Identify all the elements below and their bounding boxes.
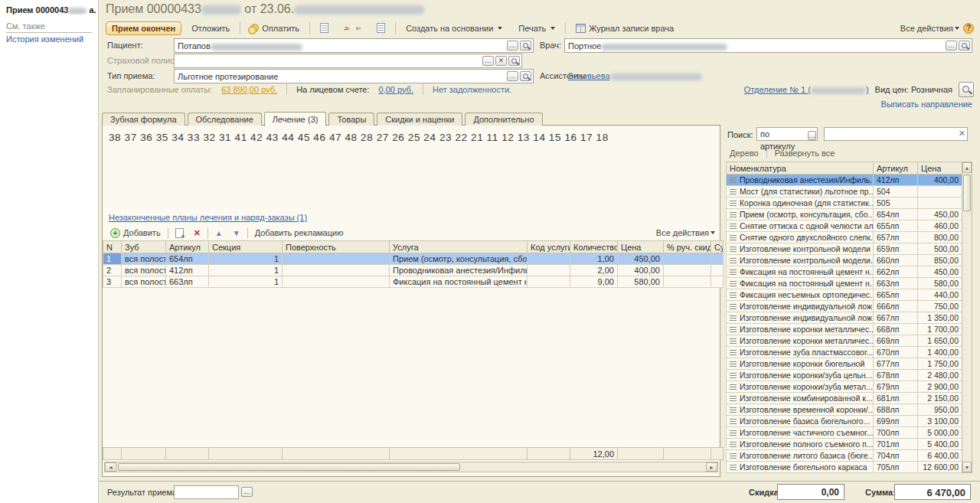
nomenclature-row[interactable]: Изготовление коронки/зуба цельн...678лп2… [727, 370, 962, 381]
column-header[interactable]: Количество [570, 241, 618, 253]
tab-item[interactable]: Зубная формула [102, 113, 185, 126]
sidebar-current-item[interactable]: Прием 0000043 а... [6, 5, 96, 15]
nomenclature-row[interactable]: Изготовление контрольной модели659лп500,… [727, 243, 962, 255]
finish-reception-button[interactable]: Прием окончен [106, 21, 181, 35]
search-mode-select-button[interactable]: … [808, 131, 816, 140]
column-header[interactable]: Цена [618, 241, 664, 253]
column-header[interactable]: Сумм [711, 241, 724, 253]
column-header[interactable]: Код услуги [528, 241, 570, 253]
nomenclature-row[interactable]: Мост (для статистики) льготное пр...504 [727, 186, 962, 198]
service-row[interactable]: 1вся полость654лп1Прием (осмотр, консуль… [103, 253, 724, 265]
price-type-search-button[interactable] [959, 82, 974, 97]
policy-field[interactable]: …✕ [174, 54, 522, 68]
column-header[interactable]: Секция [209, 241, 283, 253]
service-row[interactable]: 2вся полость412лп1Проводниковая анестези… [103, 265, 724, 276]
nomenclature-row[interactable]: Изготовление коронки/зуба метал...679лп2… [727, 381, 962, 393]
column-header[interactable]: Зуб [122, 241, 166, 253]
nomenclature-row[interactable]: Изготовление индивидуальной лож...667лп1… [727, 312, 962, 324]
nomenclature-row[interactable]: Фиксация на постоянный цемент н...663лп5… [727, 278, 962, 289]
nomenclature-row[interactable]: Фиксация на постоянный цемент н...662лп4… [727, 266, 962, 278]
nomenclature-row[interactable]: Прием (осмотр, консультация, сбо...654лп… [727, 209, 962, 220]
policy-search-icon[interactable] [508, 56, 520, 66]
tab-active[interactable]: Лечение (3) [264, 112, 327, 126]
type-search-icon[interactable] [520, 71, 531, 81]
nomenclature-row[interactable]: Изготовление зуба пластмассовог...670лп1… [727, 347, 962, 358]
nomenclature-row[interactable]: Изготовление коронки металличес...669лп1… [727, 335, 962, 347]
create-based-on-button[interactable]: Создать на основании [400, 21, 508, 35]
result-select-button[interactable]: … [241, 487, 253, 497]
move-up-button[interactable]: ▲ [212, 228, 226, 238]
planned-payments-link[interactable]: 63 890,00 руб. [221, 85, 277, 94]
nomenclature-row[interactable]: Изготовление контрольной модели...660лп8… [727, 255, 962, 266]
document-structure-button[interactable] [371, 21, 391, 35]
nomenclature-row[interactable]: Изготовление временной коронки/...688лп9… [727, 404, 962, 416]
move-down-button[interactable]: ▼ [230, 228, 243, 238]
doctor-journal-button[interactable]: Журнал записи врача [570, 21, 680, 35]
nomenclature-row[interactable]: Изготовление базиса бюгельного...699лп3 … [727, 416, 962, 427]
tab-item[interactable]: Скидки и наценки [377, 113, 462, 126]
scroll-up-button[interactable]: ▲ [962, 162, 972, 173]
column-header[interactable]: % руч. скидки [664, 241, 711, 253]
nomenclature-row[interactable]: Проводниковая анестезия/Инфиль...412лп40… [727, 175, 962, 186]
nomenclature-row[interactable]: Изготовление литого базиса (бюге...704лп… [727, 450, 962, 462]
patient-search-icon[interactable] [520, 41, 531, 51]
all-actions-button[interactable]: Все действия [900, 24, 959, 33]
column-header[interactable]: Артикул [166, 241, 209, 253]
clear-search-button[interactable]: ✕ [959, 129, 965, 139]
reception-type-field[interactable]: Льготное протезирование … [174, 69, 534, 83]
search-mode-combo[interactable]: по артикулу … [756, 127, 818, 141]
nomenclature-row[interactable]: Изготовление коронки металличес...668лп1… [727, 324, 962, 335]
department-link[interactable]: Отделение № 1 () [744, 85, 869, 94]
column-header[interactable]: Артикул [874, 162, 918, 175]
nomenclature-row[interactable]: Снятие одного двухслойного слепк...657лп… [727, 232, 962, 243]
scroll-left-button[interactable]: ◄ [105, 462, 116, 472]
postpone-button[interactable]: Отложить [185, 21, 236, 35]
expand-all-button[interactable]: Развернуть все [773, 148, 838, 158]
reception-result-field[interactable] [174, 485, 239, 499]
nomenclature-row[interactable]: Фиксация несъемных ортопедичес...665лп44… [727, 289, 962, 301]
horizontal-scrollbar[interactable]: ◄ ► [104, 462, 718, 472]
patient-select-button[interactable]: … [507, 41, 518, 51]
scrollbar-track[interactable] [116, 462, 706, 472]
column-header[interactable]: Услуга [390, 241, 528, 253]
column-header[interactable]: Номенклатура [727, 162, 874, 175]
unfinished-plans-link[interactable]: Незаконченные планы лечения и наряд-зака… [109, 213, 307, 222]
account-balance-link[interactable]: 0,00 руб. [379, 85, 413, 94]
services-all-actions-button[interactable]: Все действия [656, 228, 715, 237]
policy-select-button[interactable]: … [482, 56, 494, 66]
nomenclature-row[interactable]: Изготовление коронки бюгельной677лп1 750… [727, 358, 962, 370]
scroll-right-button[interactable]: ► [706, 462, 717, 472]
doctor-field[interactable]: Портное … [564, 38, 972, 53]
accounting-entries-button[interactable]: ДтКт [338, 24, 367, 33]
tab-item[interactable]: Дополнительно [465, 113, 542, 126]
vertical-scrollbar[interactable]: ▲ ▼ [962, 162, 972, 473]
nomenclature-row[interactable]: Изготовление бюгельного каркаса705лп12 6… [727, 462, 962, 473]
tab-item[interactable]: Обследование [188, 113, 262, 126]
nomenclature-row[interactable]: Снятие оттиска с одной челюсти ал...655л… [727, 220, 962, 232]
policy-clear-button[interactable]: ✕ [495, 56, 507, 66]
teeth-formula-row[interactable]: 38 37 36 35 34 33 32 31 41 42 43 44 45 4… [109, 132, 609, 143]
sidebar-item-history[interactable]: История изменений [6, 34, 83, 44]
document-list-button[interactable] [314, 21, 335, 35]
copy-row-button[interactable] [172, 227, 187, 239]
scrollbar-thumb[interactable] [963, 175, 971, 211]
help-button[interactable]: ? [963, 23, 974, 34]
nomenclature-row[interactable]: Изготовление полного съемного п...701лп5… [727, 439, 962, 450]
column-header[interactable]: N [103, 241, 122, 253]
print-button[interactable]: Печать [512, 21, 561, 35]
add-row-button[interactable]: +Добавить [107, 227, 164, 239]
doctor-select-button[interactable]: … [946, 41, 957, 51]
nomenclature-row[interactable]: Коронка одиночная (для статистик...505 [727, 198, 962, 209]
scroll-down-button[interactable]: ▼ [962, 462, 972, 472]
patient-field[interactable]: Потапов … [174, 38, 534, 53]
column-header[interactable]: Цена [918, 162, 962, 175]
add-claim-button[interactable]: Добавить рекламацию [252, 227, 347, 238]
nomenclature-row[interactable]: Изготовление комбинированной к...681лп2 … [727, 393, 962, 404]
service-row[interactable]: 3вся полость663лп1Фиксация на постоянный… [103, 276, 724, 288]
nomenclature-row[interactable]: Изготовление частичного съемног...700лп5… [727, 427, 962, 439]
search-input[interactable]: ✕ [824, 127, 968, 141]
column-header[interactable]: Поверхность [283, 241, 390, 253]
tree-view-button[interactable]: Дерево [727, 148, 761, 158]
pay-button[interactable]: Оплатить [244, 21, 305, 35]
tab-item[interactable]: Товары [328, 113, 374, 126]
